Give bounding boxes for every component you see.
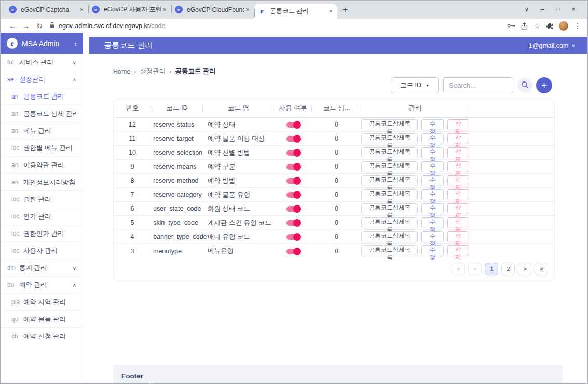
maximize-icon[interactable]: □ xyxy=(550,6,566,13)
tab-close-icon[interactable]: × xyxy=(244,6,251,13)
page-2[interactable]: 2 xyxy=(501,263,515,275)
browser-menu-icon[interactable]: ⋮ xyxy=(574,22,581,30)
detail-list-button[interactable]: 공통코드상세목록 xyxy=(361,175,418,186)
use-toggle[interactable] xyxy=(286,164,300,170)
use-toggle[interactable] xyxy=(286,178,300,184)
edit-button[interactable]: 수정 xyxy=(421,189,443,200)
search-field-dropdown[interactable]: 코드 ID ▼ xyxy=(391,77,439,93)
tab-close-icon[interactable]: × xyxy=(327,7,334,15)
detail-list-button[interactable]: 공통코드상세목록 xyxy=(361,245,418,256)
detail-list-button[interactable]: 공통코드상세목록 xyxy=(361,189,418,200)
edit-button[interactable]: 수정 xyxy=(421,203,443,214)
edit-button[interactable]: 수정 xyxy=(421,175,443,186)
use-toggle[interactable] xyxy=(286,220,300,226)
sidebar-item[interactable]: ch예약 신청 관리 xyxy=(1,328,83,345)
browser-tab[interactable]: eeGovCP Captcha× xyxy=(5,1,88,19)
sidebar-item[interactable]: qu예약 물품 관리 xyxy=(1,311,83,328)
edit-button[interactable]: 수정 xyxy=(421,133,443,144)
tab-close-icon[interactable]: × xyxy=(78,6,85,13)
use-toggle[interactable] xyxy=(286,234,300,240)
bookmark-star-icon[interactable]: ☆ xyxy=(534,22,540,30)
edit-button[interactable]: 수정 xyxy=(421,119,443,130)
sidebar-item[interactable]: loc권한별 메뉴 관리 xyxy=(1,140,83,157)
sidebar-item[interactable]: se설정관리∧ xyxy=(1,71,83,88)
menu-icon: an xyxy=(11,127,20,134)
detail-list-button[interactable]: 공통코드상세목록 xyxy=(361,217,418,228)
edit-button[interactable]: 수정 xyxy=(421,161,443,172)
tab-close-icon[interactable]: × xyxy=(161,6,168,13)
sidebar-item[interactable]: loc권한 관리 xyxy=(1,191,83,208)
delete-button[interactable]: 삭제 xyxy=(447,175,469,186)
edit-button[interactable]: 수정 xyxy=(421,231,443,242)
sidebar-item[interactable]: pla예약 지역 관리 xyxy=(1,294,83,311)
breadcrumb-settings[interactable]: 설정관리 xyxy=(140,67,166,76)
detail-list-button[interactable]: 공통코드상세목록 xyxy=(361,203,418,214)
breadcrumb-home[interactable]: Home xyxy=(113,68,130,75)
tab-search-icon[interactable]: ∨ xyxy=(519,6,535,13)
reload-icon[interactable]: ↻ xyxy=(33,22,46,30)
sidebar-item[interactable]: an공통코드 상세 관리 xyxy=(1,105,83,122)
cell-code-id: banner_type_code xyxy=(151,233,203,240)
sidebar-item[interactable]: an개인정보처리방침 관리 xyxy=(1,174,83,191)
detail-list-button[interactable]: 공통코드상세목록 xyxy=(361,119,418,130)
use-toggle[interactable] xyxy=(286,249,300,254)
sidebar-item[interactable]: loc사용자 관리 xyxy=(1,242,83,259)
edit-button[interactable]: 수정 xyxy=(421,245,443,256)
delete-button[interactable]: 삭제 xyxy=(447,133,469,144)
use-toggle[interactable] xyxy=(286,136,300,142)
extensions-puzzle-icon[interactable] xyxy=(546,22,553,30)
edit-button[interactable]: 수정 xyxy=(421,147,443,158)
delete-button[interactable]: 삭제 xyxy=(447,217,469,228)
sidebar-item[interactable]: an이용약관 관리 xyxy=(1,157,83,174)
sidebar-item[interactable]: loc권한인가 관리 xyxy=(1,225,83,242)
sidebar-item-label: 예약 관리 xyxy=(19,281,71,290)
share-icon[interactable] xyxy=(521,22,528,30)
sidebar-item[interactable]: loc인가 관리 xyxy=(1,208,83,225)
tab-title: eGovCP 사용자 포털 xyxy=(104,5,161,14)
tab-favicon-egov-circle: e xyxy=(175,6,183,13)
sidebar-item[interactable]: fol서비스 관리∨ xyxy=(1,54,83,71)
detail-list-button[interactable]: 공통코드상세목록 xyxy=(361,133,418,144)
delete-button[interactable]: 삭제 xyxy=(447,231,469,242)
password-key-icon[interactable] xyxy=(507,23,515,28)
sidebar-item[interactable]: bu예약 관리∧ xyxy=(1,277,83,294)
forward-icon[interactable]: → xyxy=(19,22,33,30)
profile-avatar[interactable] xyxy=(559,21,568,31)
use-toggle[interactable] xyxy=(286,122,300,128)
cell-code-id: user_state_code xyxy=(151,205,203,212)
delete-button[interactable]: 삭제 xyxy=(447,203,469,214)
delete-button[interactable]: 삭제 xyxy=(447,189,469,200)
delete-button[interactable]: 삭제 xyxy=(447,161,469,172)
detail-list-button[interactable]: 공통코드상세목록 xyxy=(361,231,418,242)
search-input[interactable] xyxy=(443,77,513,93)
sidebar-item[interactable]: an공통코드 관리 xyxy=(1,88,83,105)
sidebar-item[interactable]: an메뉴 관리 xyxy=(1,122,83,140)
page-1[interactable]: 1 xyxy=(485,263,498,275)
last-page[interactable]: >| xyxy=(535,263,548,275)
browser-tab[interactable]: eeGovCP 사용자 포털× xyxy=(88,1,171,19)
use-toggle[interactable] xyxy=(286,192,300,198)
use-toggle[interactable] xyxy=(286,206,300,212)
detail-list-button[interactable]: 공통코드상세목록 xyxy=(361,147,418,158)
use-toggle[interactable] xyxy=(286,150,300,156)
user-menu[interactable]: 1@gmail.com ∨ xyxy=(529,42,575,49)
next-page[interactable]: > xyxy=(518,263,531,275)
detail-list-button[interactable]: 공통코드상세목록 xyxy=(361,161,418,172)
new-tab-button[interactable]: + xyxy=(337,4,353,16)
add-code-button[interactable]: + xyxy=(536,77,552,93)
delete-button[interactable]: 삭제 xyxy=(447,119,469,130)
minimize-icon[interactable]: – xyxy=(535,6,550,13)
back-icon[interactable]: ← xyxy=(6,22,19,30)
sidebar-collapse-icon[interactable]: ‹ xyxy=(74,39,77,48)
prev-page: < xyxy=(468,263,482,275)
address-bar[interactable]: egov-admin.svc.cf.dev.egovp.kr/code xyxy=(49,21,502,31)
sidebar-item[interactable]: tim통계 관리∨ xyxy=(1,259,83,277)
close-icon[interactable]: × xyxy=(566,6,581,13)
delete-button[interactable]: 삭제 xyxy=(447,147,469,158)
chevron-up-icon: ∧ xyxy=(73,77,76,83)
search-button[interactable] xyxy=(517,78,532,93)
browser-tab[interactable]: eeGovCP CloudFoundry× xyxy=(171,1,254,19)
browser-tab[interactable]: e공통코드 관리× xyxy=(254,4,337,19)
edit-button[interactable]: 수정 xyxy=(421,217,443,228)
delete-button[interactable]: 삭제 xyxy=(447,245,469,256)
